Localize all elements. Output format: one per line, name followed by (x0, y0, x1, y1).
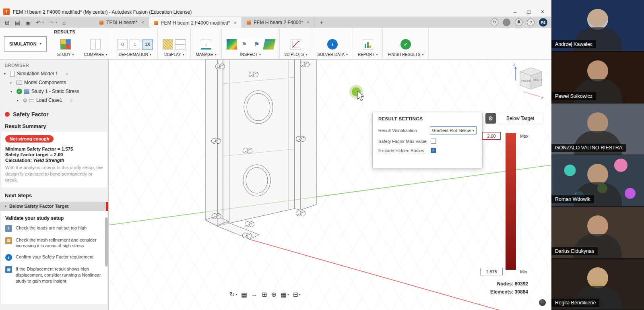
zoom-window-icon[interactable]: ⊞ (262, 291, 267, 298)
safety-factor-max-checkbox[interactable] (431, 138, 436, 144)
next-step-below-target[interactable]: ▾ Below Safety Factor Target (0, 202, 108, 211)
study-icon[interactable] (60, 39, 71, 50)
report-icon[interactable] (363, 39, 373, 50)
eye-icon[interactable]: ⊙ (23, 97, 27, 103)
display-menu[interactable]: DISPLAY▾ (164, 52, 184, 57)
home-icon[interactable]: ⌂ (62, 20, 66, 25)
workspace-selector[interactable]: SIMULATION▾ (4, 36, 47, 52)
deformation-menu[interactable]: DEFORMATION▾ (119, 52, 151, 57)
next-steps-heading: Next Steps (5, 192, 108, 198)
tab-close-icon[interactable]: × (306, 19, 310, 25)
x-axis-marker: × (541, 95, 543, 100)
study-menu[interactable]: STUDY▾ (57, 52, 74, 57)
legend-min-value[interactable]: 1.575 (480, 268, 503, 275)
exclude-hidden-bodies-checkbox[interactable] (431, 148, 436, 153)
globe-icon[interactable] (539, 299, 546, 306)
solver-data-info-icon[interactable]: i (327, 39, 338, 50)
browser-panel: BROWSER ▾ Simulation Model 1 ○ ▸ Model C… (0, 60, 109, 310)
undo-caret-icon[interactable]: ▾ (42, 21, 44, 24)
inspect-menu[interactable]: INSPECT▾ (240, 52, 261, 57)
probe-xyz-icon[interactable]: ⚑ (239, 39, 250, 50)
check-item-nonlinear[interactable]: ▦ If the Displacement result shows high … (5, 266, 104, 284)
pan-icon[interactable]: ↔ (251, 291, 258, 298)
load-case-icon (29, 98, 34, 103)
participant-tile-4[interactable]: Darius Eidukynas (551, 207, 644, 258)
tree-item-study-static-stress[interactable]: ▾ ✓ Study 1 - Static Stress (0, 87, 108, 96)
study-icon (24, 89, 29, 94)
ribbon-group-inspect: ⚑ ⚑ INSPECT▾ (222, 28, 280, 59)
job-status-icon[interactable]: ↻ (491, 19, 498, 26)
compare-icon[interactable] (90, 39, 101, 50)
participant-tile-5[interactable]: Regita Bendikienė (551, 258, 644, 310)
2d-plots-menu[interactable]: 2D PLOTS▾ (285, 52, 307, 57)
check-item-mesh[interactable]: ▦ Check the mesh refinement and consider… (5, 237, 104, 249)
2d-plot-icon[interactable] (291, 39, 301, 50)
visibility-radio-icon[interactable]: ○ (70, 98, 73, 103)
manage-icon[interactable]: ↓ (201, 39, 211, 50)
chevron-down-icon: ▾ (473, 129, 474, 132)
finish-results-check-icon[interactable]: ✓ (400, 39, 411, 50)
gradient-result-icon[interactable] (227, 39, 237, 50)
tree-item-simulation-model[interactable]: ▾ Simulation Model 1 ○ (0, 69, 108, 78)
tree-item-model-components[interactable]: ▸ Model Components (0, 78, 108, 87)
app-grid-icon[interactable]: ⊞ (5, 20, 10, 25)
tab-close-icon[interactable]: × (233, 20, 237, 26)
result-type-title: Safety Factor (13, 111, 49, 118)
minimize-button[interactable]: – (514, 8, 517, 15)
user-avatar[interactable]: PS (539, 18, 547, 27)
help-icon[interactable]: ? (527, 19, 535, 26)
viewport-3d[interactable]: Z FRONT RIGHT × RESULT SETTINGS Result V… (109, 60, 551, 310)
tab-close-icon[interactable]: × (140, 19, 144, 25)
participant-name: Andrzej Kawalec (551, 40, 596, 48)
ribbon-group-compare: COMPARE▾ (79, 28, 113, 59)
display-settings-icon[interactable]: ▦▾ (281, 291, 289, 298)
tab-fem-h-beam-modified[interactable]: FEM H beam 2 F4000 modified* × (149, 17, 242, 28)
panel-scrollbar[interactable] (105, 217, 108, 267)
check-item-loads[interactable]: ⇓ Check the loads are not set too high (5, 225, 104, 232)
extensions-icon[interactable] (503, 19, 510, 26)
probe-flag-icon[interactable]: ⚑ (252, 39, 262, 50)
report-menu[interactable]: REPORT▾ (358, 52, 378, 57)
redo-icon[interactable]: ↷ (49, 20, 54, 25)
ribbon-toolbar: RESULTS SIMULATION▾ STUDY▾ COMPARE▾ 0 1 … (0, 28, 551, 60)
redo-caret-icon[interactable]: ▾ (56, 21, 57, 24)
close-button[interactable]: × (541, 8, 544, 15)
grid-layout-icon[interactable]: ⊟▾ (293, 291, 301, 298)
visualization-dropdown[interactable]: Gradient Plot: Below ▾ (430, 126, 477, 134)
deformation-actual-icon[interactable]: 0 (117, 39, 128, 50)
compare-menu[interactable]: COMPARE▾ (84, 52, 107, 57)
new-tab-button[interactable]: + (315, 17, 328, 28)
participant-tile-0[interactable]: Andrzej Kawalec (551, 0, 644, 52)
legend-max-value[interactable]: 2.00 (482, 132, 501, 140)
tab-tedi-h-beam[interactable]: TEDI H beam* × (95, 17, 149, 28)
ribbon-group-report: REPORT▾ (353, 28, 383, 59)
mesh-display-icon[interactable] (163, 39, 173, 50)
legend-settings-gear-icon[interactable]: ⚙ (485, 113, 496, 124)
tree-item-load-case1[interactable]: ▸ ⊙ Load Case1 ○ (0, 96, 108, 105)
look-at-icon[interactable]: ▤ (241, 291, 247, 298)
check-item-requirement[interactable]: i Confirm your Safety Factor requirement (5, 254, 104, 261)
save-icon[interactable]: ▣ (25, 20, 31, 25)
view-cube[interactable]: Z FRONT RIGHT × (512, 62, 550, 102)
undo-icon[interactable]: ↶ (36, 20, 41, 25)
participant-tile-2[interactable]: GONZALO VALIÑO RIESTRA (551, 103, 644, 155)
file-menu-icon[interactable]: ▤ (15, 20, 20, 25)
surface-probe-icon[interactable] (263, 39, 276, 50)
finish-results-menu[interactable]: FINISH RESULTS▾ (388, 52, 423, 57)
solver-data-menu[interactable]: SOLVER DATA▾ (317, 52, 348, 57)
participant-tile-1[interactable]: Paweł Sułkowicz (551, 52, 644, 103)
deformation-deformed-icon[interactable]: 1 (130, 39, 140, 50)
chevron-down-icon: ▾ (5, 205, 6, 208)
participant-tile-3[interactable]: Roman Wdowik (551, 155, 644, 207)
legend-color-bar[interactable] (506, 133, 516, 270)
manage-menu[interactable]: MANAGE▾ (196, 52, 216, 57)
orbit-icon[interactable]: ↻▾ (229, 291, 237, 298)
maximize-button[interactable]: □ (527, 8, 530, 15)
zoom-icon[interactable]: ⊕ (271, 291, 276, 298)
visibility-radio-icon[interactable]: ○ (66, 71, 68, 76)
notifications-bell-icon[interactable] (515, 19, 522, 26)
ribbon-group-solver-data: i SOLVER DATA▾ (312, 28, 353, 59)
deformation-scale-icon[interactable]: 1X (142, 39, 153, 50)
tab-fem-h-beam[interactable]: FEM H beam 2 F4000* × (242, 17, 315, 28)
wireframe-display-icon[interactable] (175, 39, 186, 50)
